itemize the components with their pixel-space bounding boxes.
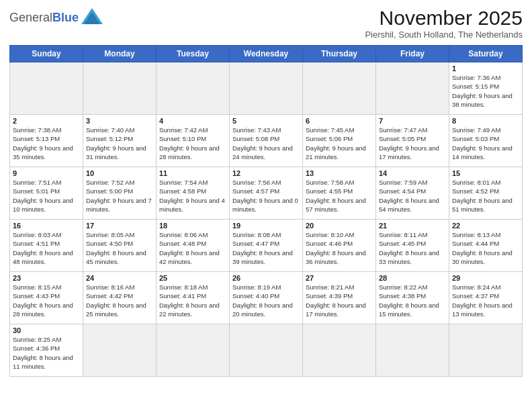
- day-cell: 26Sunrise: 8:19 AM Sunset: 4:40 PM Dayli…: [230, 272, 303, 324]
- day-number: 6: [306, 117, 373, 125]
- day-info: Sunrise: 7:56 AM Sunset: 4:57 PM Dayligh…: [232, 178, 300, 214]
- day-cell: 25Sunrise: 8:18 AM Sunset: 4:41 PM Dayli…: [157, 272, 230, 324]
- day-cell: 7Sunrise: 7:47 AM Sunset: 5:05 PM Daylig…: [376, 115, 449, 167]
- weekday-header-friday: Friday: [376, 46, 449, 62]
- day-info: Sunrise: 8:21 AM Sunset: 4:39 PM Dayligh…: [306, 283, 373, 318]
- day-cell: 23Sunrise: 8:15 AM Sunset: 4:43 PM Dayli…: [10, 272, 83, 324]
- day-cell: [376, 324, 449, 377]
- day-number: 30: [13, 326, 80, 334]
- day-number: 12: [232, 169, 300, 177]
- day-cell: 9Sunrise: 7:51 AM Sunset: 5:01 PM Daylig…: [10, 167, 83, 220]
- week-row-1: 1Sunrise: 7:36 AM Sunset: 5:15 PM Daylig…: [10, 62, 523, 115]
- day-number: 23: [13, 274, 80, 282]
- day-cell: [230, 324, 303, 377]
- week-row-6: 30Sunrise: 8:25 AM Sunset: 4:36 PM Dayli…: [10, 324, 523, 377]
- day-number: 10: [86, 169, 153, 177]
- day-info: Sunrise: 8:15 AM Sunset: 4:43 PM Dayligh…: [13, 283, 80, 318]
- day-cell: [449, 324, 523, 377]
- day-info: Sunrise: 8:16 AM Sunset: 4:42 PM Dayligh…: [86, 283, 153, 318]
- day-cell: 2Sunrise: 7:38 AM Sunset: 5:13 PM Daylig…: [10, 115, 83, 167]
- day-number: 15: [452, 169, 519, 177]
- logo: GeneralBlue: [9, 9, 104, 26]
- day-info: Sunrise: 7:59 AM Sunset: 4:54 PM Dayligh…: [379, 178, 446, 214]
- day-cell: 27Sunrise: 8:21 AM Sunset: 4:39 PM Dayli…: [303, 272, 376, 324]
- day-info: Sunrise: 7:49 AM Sunset: 5:03 PM Dayligh…: [452, 126, 519, 161]
- day-cell: [83, 324, 157, 377]
- day-cell: 24Sunrise: 8:16 AM Sunset: 4:42 PM Dayli…: [83, 272, 157, 324]
- day-number: 1: [452, 64, 519, 73]
- day-number: 17: [86, 222, 153, 230]
- day-number: 2: [13, 117, 80, 125]
- day-cell: 14Sunrise: 7:59 AM Sunset: 4:54 PM Dayli…: [376, 167, 449, 220]
- day-info: Sunrise: 8:10 AM Sunset: 4:46 PM Dayligh…: [306, 230, 373, 266]
- weekday-header-saturday: Saturday: [449, 46, 523, 62]
- day-cell: 29Sunrise: 8:24 AM Sunset: 4:37 PM Dayli…: [449, 272, 523, 324]
- day-number: 18: [159, 222, 226, 230]
- weekday-header-wednesday: Wednesday: [230, 46, 303, 62]
- day-number: 5: [232, 117, 300, 125]
- location: Piershil, South Holland, The Netherlands: [365, 30, 523, 40]
- weekday-header-row: SundayMondayTuesdayWednesdayThursdayFrid…: [10, 46, 523, 62]
- day-number: 8: [452, 117, 519, 125]
- day-info: Sunrise: 7:51 AM Sunset: 5:01 PM Dayligh…: [13, 178, 80, 214]
- day-info: Sunrise: 7:52 AM Sunset: 5:00 PM Dayligh…: [86, 178, 153, 214]
- day-number: 14: [379, 169, 446, 177]
- day-info: Sunrise: 7:54 AM Sunset: 4:58 PM Dayligh…: [159, 178, 226, 214]
- weekday-header-tuesday: Tuesday: [157, 46, 230, 62]
- month-title: November 2025: [365, 7, 523, 30]
- day-cell: [10, 62, 83, 115]
- day-cell: 10Sunrise: 7:52 AM Sunset: 5:00 PM Dayli…: [83, 167, 157, 220]
- day-cell: 5Sunrise: 7:43 AM Sunset: 5:08 PM Daylig…: [230, 115, 303, 167]
- day-number: 20: [306, 222, 373, 230]
- week-row-4: 16Sunrise: 8:03 AM Sunset: 4:51 PM Dayli…: [10, 220, 523, 272]
- day-cell: 4Sunrise: 7:42 AM Sunset: 5:10 PM Daylig…: [157, 115, 230, 167]
- week-row-3: 9Sunrise: 7:51 AM Sunset: 5:01 PM Daylig…: [10, 167, 523, 220]
- day-info: Sunrise: 7:58 AM Sunset: 4:55 PM Dayligh…: [306, 178, 373, 214]
- day-number: 9: [13, 169, 80, 177]
- day-cell: 22Sunrise: 8:13 AM Sunset: 4:44 PM Dayli…: [449, 220, 523, 272]
- day-cell: 17Sunrise: 8:05 AM Sunset: 4:50 PM Dayli…: [83, 220, 157, 272]
- day-cell: 11Sunrise: 7:54 AM Sunset: 4:58 PM Dayli…: [157, 167, 230, 220]
- day-cell: 12Sunrise: 7:56 AM Sunset: 4:57 PM Dayli…: [230, 167, 303, 220]
- logo-icon: [80, 7, 104, 26]
- day-cell: 13Sunrise: 7:58 AM Sunset: 4:55 PM Dayli…: [303, 167, 376, 220]
- logo-text: GeneralBlue: [9, 11, 79, 24]
- day-info: Sunrise: 8:01 AM Sunset: 4:52 PM Dayligh…: [452, 178, 519, 214]
- day-cell: [303, 324, 376, 377]
- day-number: 25: [159, 274, 226, 282]
- day-cell: 6Sunrise: 7:45 AM Sunset: 5:06 PM Daylig…: [303, 115, 376, 167]
- day-number: 19: [232, 222, 300, 230]
- day-info: Sunrise: 7:43 AM Sunset: 5:08 PM Dayligh…: [232, 126, 300, 161]
- day-info: Sunrise: 8:19 AM Sunset: 4:40 PM Dayligh…: [232, 283, 300, 318]
- day-cell: 3Sunrise: 7:40 AM Sunset: 5:12 PM Daylig…: [83, 115, 157, 167]
- day-cell: 15Sunrise: 8:01 AM Sunset: 4:52 PM Dayli…: [449, 167, 523, 220]
- day-number: 28: [379, 274, 446, 282]
- day-info: Sunrise: 8:25 AM Sunset: 4:36 PM Dayligh…: [13, 335, 80, 371]
- day-number: 21: [379, 222, 446, 230]
- day-info: Sunrise: 8:13 AM Sunset: 4:44 PM Dayligh…: [452, 230, 519, 266]
- weekday-header-sunday: Sunday: [10, 46, 83, 62]
- day-info: Sunrise: 7:42 AM Sunset: 5:10 PM Dayligh…: [159, 126, 226, 161]
- day-number: 29: [452, 274, 519, 282]
- day-cell: 1Sunrise: 7:36 AM Sunset: 5:15 PM Daylig…: [449, 62, 523, 115]
- day-number: 26: [232, 274, 300, 282]
- weekday-header-monday: Monday: [83, 46, 157, 62]
- day-number: 11: [159, 169, 226, 177]
- day-cell: [376, 62, 449, 115]
- day-info: Sunrise: 8:18 AM Sunset: 4:41 PM Dayligh…: [159, 283, 226, 318]
- day-info: Sunrise: 8:06 AM Sunset: 4:48 PM Dayligh…: [159, 230, 226, 266]
- day-info: Sunrise: 8:11 AM Sunset: 4:45 PM Dayligh…: [379, 230, 446, 266]
- day-info: Sunrise: 8:24 AM Sunset: 4:37 PM Dayligh…: [452, 283, 519, 318]
- day-info: Sunrise: 7:45 AM Sunset: 5:06 PM Dayligh…: [306, 126, 373, 161]
- day-number: 13: [306, 169, 373, 177]
- day-cell: 16Sunrise: 8:03 AM Sunset: 4:51 PM Dayli…: [10, 220, 83, 272]
- day-info: Sunrise: 8:08 AM Sunset: 4:47 PM Dayligh…: [232, 230, 300, 266]
- day-info: Sunrise: 7:40 AM Sunset: 5:12 PM Dayligh…: [86, 126, 153, 161]
- day-number: 4: [159, 117, 226, 125]
- day-number: 22: [452, 222, 519, 230]
- day-cell: 20Sunrise: 8:10 AM Sunset: 4:46 PM Dayli…: [303, 220, 376, 272]
- day-cell: 30Sunrise: 8:25 AM Sunset: 4:36 PM Dayli…: [10, 324, 83, 377]
- day-number: 16: [13, 222, 80, 230]
- day-cell: [230, 62, 303, 115]
- day-info: Sunrise: 8:05 AM Sunset: 4:50 PM Dayligh…: [86, 230, 153, 266]
